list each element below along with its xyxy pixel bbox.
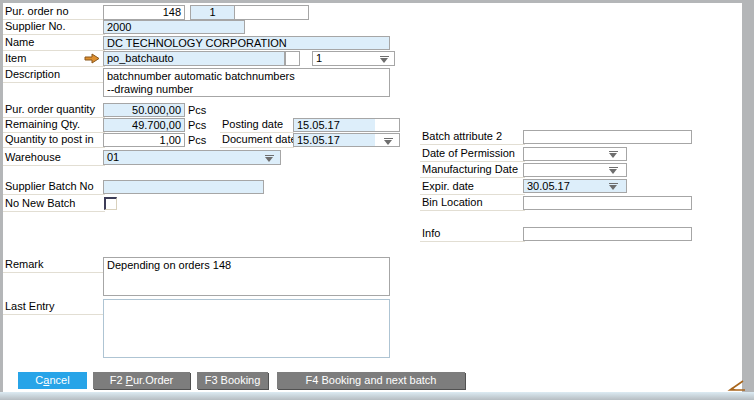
document-date-dropdown[interactable]: 15.05.17 (293, 133, 400, 147)
line-number-empty-cell[interactable] (235, 6, 308, 19)
f2-pur-order-button[interactable]: F2 Pur.Order (93, 372, 190, 389)
window-border-bottom (0, 392, 754, 400)
pur-order-qty-field[interactable]: 50.000,00 (103, 103, 185, 117)
remaining-qty-field[interactable]: 49.700,00 (103, 118, 185, 132)
manufacturing-date-dropdown[interactable] (523, 163, 627, 177)
label-batch-attribute-2: Batch attribute 2 (420, 130, 525, 145)
item-link-arrow-icon[interactable] (84, 53, 100, 64)
remaining-qty-unit: Pcs (188, 119, 206, 133)
window-border-top (0, 0, 754, 3)
label-pur-order-qty: Pur. order quantity (3, 103, 105, 118)
warehouse-dropdown[interactable]: 01 (103, 150, 281, 165)
supplier-no-field[interactable]: 2000 (103, 20, 245, 34)
f2-label-pre: F2 (110, 374, 126, 386)
label-document-date: Document date (220, 133, 294, 148)
pur-order-no-field[interactable]: 148 (103, 5, 185, 20)
item-field[interactable]: po_batchauto (103, 51, 285, 66)
label-posting-date: Posting date (220, 118, 294, 133)
expir-date-value: 30.05.17 (527, 180, 570, 192)
f2-label-post: ur.Order (133, 374, 173, 386)
chevron-down-icon[interactable] (384, 138, 393, 145)
label-date-of-permission: Date of Permission (420, 147, 525, 162)
description-line-2: --drawing number (107, 83, 386, 96)
label-bin-location: Bin Location (420, 196, 525, 211)
label-remaining-qty: Remaining Qty. (3, 118, 105, 133)
cancel-label-post: ncel (49, 374, 69, 386)
f3-booking-button[interactable]: F3 Booking (197, 372, 268, 389)
label-expir-date: Expir. date (420, 180, 525, 195)
line-number-field[interactable]: 1 (190, 5, 309, 20)
posting-date-field[interactable]: 15.05.17 (293, 118, 400, 132)
label-remark: Remark (3, 258, 105, 273)
description-line-1: batchnumber automatic batchnumbers (107, 70, 386, 83)
bin-location-field[interactable] (523, 196, 692, 210)
item-line-dropdown[interactable]: 1 (312, 51, 395, 66)
document-date-value[interactable]: 15.05.17 (294, 134, 375, 146)
supplier-batch-no-field[interactable] (103, 180, 264, 194)
remark-textarea[interactable]: Depending on orders 148 (103, 257, 390, 296)
label-qty-to-post: Quantity to post in (3, 133, 105, 148)
expir-date-dropdown[interactable]: 30.05.17 (523, 179, 627, 193)
qty-to-post-unit: Pcs (188, 134, 206, 148)
qty-to-post-field[interactable]: 1,00 (103, 133, 185, 147)
label-name: Name (3, 36, 105, 51)
description-field[interactable]: batchnumber automatic batchnumbers --dra… (103, 68, 390, 97)
label-manufacturing-date: Manufacturing Date (420, 163, 525, 178)
f2-label-accel: P (126, 374, 133, 386)
item-sub-field[interactable] (285, 51, 300, 66)
date-of-permission-dropdown[interactable] (523, 147, 627, 161)
label-supplier-batch-no: Supplier Batch No (3, 180, 105, 195)
chevron-down-icon[interactable] (609, 151, 618, 158)
last-entry-textarea[interactable] (103, 299, 390, 358)
chevron-down-icon[interactable] (609, 183, 618, 190)
item-line-value: 1 (316, 52, 322, 64)
batch-posting-window: Pur. order no Supplier No. Name Item Des… (0, 0, 754, 400)
remark-text: Depending on orders 148 (107, 259, 386, 272)
chevron-down-icon[interactable] (380, 56, 389, 63)
posting-date-empty-cell[interactable] (375, 119, 399, 131)
window-border-right (742, 0, 754, 400)
label-info: Info (420, 227, 525, 242)
posting-date-value[interactable]: 15.05.17 (294, 119, 375, 131)
name-field[interactable]: DC TECHNOLOGY CORPORATION (103, 36, 390, 50)
info-field[interactable] (523, 227, 692, 241)
label-description: Description (3, 68, 105, 83)
label-no-new-batch: No New Batch (3, 197, 105, 212)
batch-attribute-2-field[interactable] (523, 130, 692, 144)
warehouse-value: 01 (107, 151, 119, 163)
f4-booking-next-batch-button[interactable]: F4 Booking and next batch (277, 372, 465, 389)
chevron-down-icon[interactable] (609, 167, 618, 174)
pur-order-qty-unit: Pcs (188, 104, 206, 118)
line-number-value[interactable]: 1 (191, 6, 235, 19)
label-last-entry: Last Entry (3, 300, 105, 315)
label-supplier-no: Supplier No. (3, 20, 105, 35)
label-warehouse: Warehouse (3, 151, 105, 166)
no-new-batch-checkbox[interactable] (104, 197, 117, 210)
cancel-button[interactable]: Cancel (18, 372, 87, 389)
label-pur-order-no: Pur. order no (3, 5, 105, 20)
chevron-down-icon[interactable] (265, 155, 274, 162)
resize-handle-icon[interactable] (727, 380, 747, 393)
